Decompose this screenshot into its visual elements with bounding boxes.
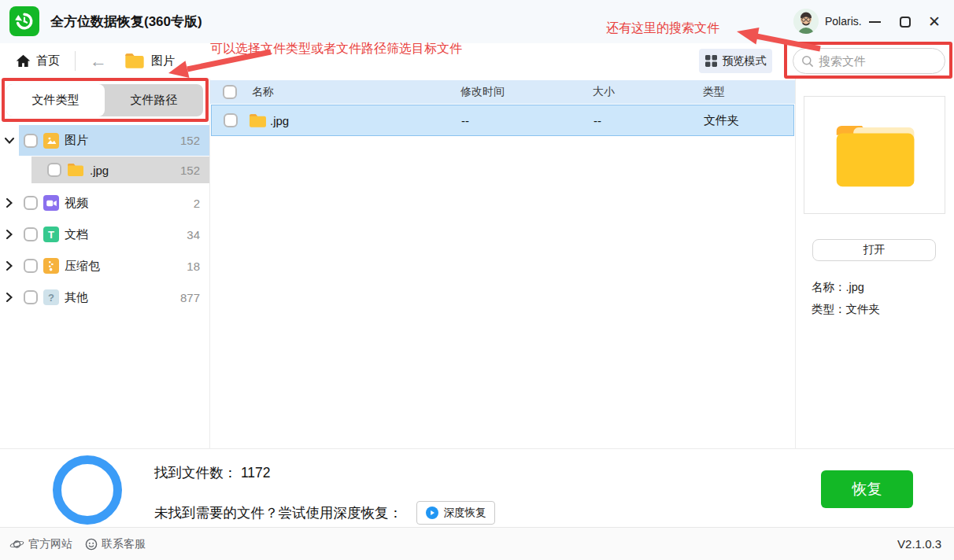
search-input[interactable]: [819, 54, 929, 68]
folder-icon: [124, 53, 145, 69]
preview-mode-label: 预览模式: [723, 54, 767, 68]
recover-label: 恢复: [852, 479, 882, 499]
tree-item-count: 18: [187, 260, 200, 273]
open-button[interactable]: 打开: [812, 239, 936, 261]
search-icon: [801, 55, 814, 68]
tab-label: 文件类型: [32, 93, 80, 108]
tab-file-type[interactable]: 文件类型: [6, 84, 105, 116]
tree-item-video[interactable]: 视频 2: [0, 187, 209, 219]
image-category-icon: [43, 133, 59, 149]
preview-panel: 打开 名称：.jpg 类型：文件夹: [795, 79, 954, 448]
version-label: V2.1.0.3: [897, 537, 941, 551]
tree-item-label: 文档: [65, 227, 88, 242]
annotation-filter-note: 可以选择文件类型或者文件路径筛选目标文件: [210, 41, 462, 57]
preview-type-label: 类型：: [812, 303, 846, 315]
checkbox[interactable]: [24, 227, 38, 241]
large-folder-icon: [828, 117, 921, 193]
app-logo-icon: [9, 6, 39, 36]
checkbox[interactable]: [24, 196, 38, 210]
folder-icon: [67, 163, 84, 177]
tree-item-count: 152: [180, 164, 200, 177]
select-all-checkbox[interactable]: [223, 85, 237, 99]
chevron-right-icon[interactable]: [0, 250, 19, 282]
tree-item-label: 压缩包: [65, 259, 100, 274]
column-header-name[interactable]: 名称: [252, 80, 274, 104]
other-category-icon: ?: [43, 289, 59, 305]
indent-spacer: [0, 157, 31, 183]
cell-type: 文件夹: [704, 105, 739, 135]
recover-button[interactable]: 恢复: [821, 470, 913, 508]
preview-mode-button[interactable]: 预览模式: [699, 49, 772, 73]
minimize-icon: [869, 21, 881, 23]
chevron-down-icon[interactable]: [0, 125, 19, 156]
checkbox[interactable]: [24, 290, 38, 304]
tree-item-label: .jpg: [90, 164, 109, 177]
tree-item-document[interactable]: T 文档 34: [0, 219, 209, 250]
chevron-right-icon[interactable]: [0, 219, 19, 250]
preview-name-value: .jpg: [846, 281, 864, 293]
back-button[interactable]: ←: [90, 43, 107, 79]
bottom-bar: 找到文件数： 1172 未找到需要的文件？尝试使用深度恢复： 深度恢复 恢复: [0, 448, 954, 527]
app-title: 全方位数据恢复(360专版): [50, 0, 202, 43]
breadcrumb: 图片: [124, 43, 175, 79]
maximize-icon: [900, 17, 911, 28]
chevron-right-icon[interactable]: [0, 282, 19, 313]
tree-item-archive[interactable]: 压缩包 18: [0, 250, 209, 282]
tab-file-path[interactable]: 文件路径: [105, 84, 203, 116]
column-header-size[interactable]: 大小: [593, 80, 615, 104]
grid-icon: [705, 55, 717, 67]
tree-item-jpg[interactable]: .jpg 152: [0, 157, 209, 183]
preview-type-line: 类型：文件夹: [812, 302, 880, 317]
home-button[interactable]: 首页: [16, 43, 60, 79]
maximize-button[interactable]: [893, 0, 917, 43]
tree-item-images[interactable]: 图片 152: [0, 125, 209, 156]
table-row[interactable]: .jpg -- -- 文件夹: [211, 105, 794, 136]
column-header-modified[interactable]: 修改时间: [460, 80, 505, 104]
back-icon: ←: [90, 51, 107, 72]
toolbar-divider: [75, 51, 76, 71]
minimize-button[interactable]: [863, 0, 886, 43]
app-window: 全方位数据恢复(360专版) Polaris. ✕: [0, 0, 954, 560]
official-website-link[interactable]: 官方网站: [9, 537, 72, 551]
checkbox[interactable]: [47, 163, 61, 177]
home-label: 首页: [36, 53, 60, 68]
search-box[interactable]: [793, 48, 945, 74]
chevron-right-icon[interactable]: [0, 187, 19, 219]
deep-recover-label: 深度恢复: [444, 506, 486, 520]
sidebar-tabs: 文件类型 文件路径: [6, 84, 203, 116]
contact-support-link[interactable]: 联系客服: [85, 537, 146, 551]
close-icon: ✕: [928, 14, 941, 29]
preview-name-line: 名称：.jpg: [812, 280, 864, 295]
column-header-type[interactable]: 类型: [703, 80, 725, 104]
deep-recover-line: 未找到需要的文件？尝试使用深度恢复： 深度恢复: [154, 501, 495, 525]
deep-recover-button[interactable]: 深度恢复: [416, 501, 495, 525]
tree-item-other[interactable]: ? 其他 877: [0, 282, 209, 313]
deep-recover-hint: 未找到需要的文件？尝试使用深度恢复：: [154, 503, 402, 522]
tree-item-count: 34: [187, 228, 200, 241]
cell-modified: --: [461, 105, 469, 135]
archive-category-icon: [43, 258, 59, 274]
official-website-label: 官方网站: [28, 537, 72, 551]
checkbox[interactable]: [24, 259, 38, 273]
cell-size: --: [593, 105, 601, 135]
tree-item-label: 图片: [65, 133, 88, 148]
home-icon: [16, 54, 31, 68]
tree-item-count: 152: [180, 134, 200, 147]
checkbox[interactable]: [24, 134, 38, 148]
planet-icon: [9, 539, 24, 550]
contact-support-label: 联系客服: [102, 537, 146, 551]
found-files-count: 1172: [241, 465, 271, 481]
breadcrumb-label: 图片: [151, 53, 175, 68]
tree-item-label: 视频: [65, 196, 88, 211]
status-bar: 官方网站 联系客服 V2.1.0.3: [0, 527, 954, 560]
title-bar: 全方位数据恢复(360专版) Polaris. ✕: [0, 0, 954, 43]
preview-name-label: 名称：: [812, 281, 846, 293]
video-category-icon: [43, 195, 59, 211]
found-files-label: 找到文件数：: [154, 465, 237, 481]
tab-label: 文件路径: [131, 93, 178, 108]
close-button[interactable]: ✕: [923, 0, 946, 43]
row-checkbox[interactable]: [224, 113, 238, 127]
user-avatar[interactable]: [793, 9, 819, 34]
preview-type-value: 文件夹: [846, 303, 881, 315]
annotation-search-note: 还有这里的搜索文件: [606, 20, 719, 37]
